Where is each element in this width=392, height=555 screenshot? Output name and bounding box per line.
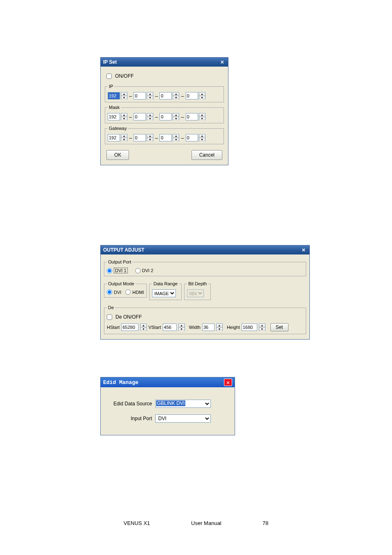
onoff-checkbox[interactable] bbox=[106, 74, 112, 79]
spinner-icon[interactable]: ▲▼ bbox=[199, 92, 205, 99]
gw-octet-4[interactable] bbox=[186, 134, 198, 141]
mask-legend: Mask bbox=[108, 105, 121, 110]
set-button[interactable]: Set bbox=[270, 323, 288, 331]
de-onoff-label: De ON/OFF bbox=[115, 314, 142, 320]
ip-octet-3[interactable] bbox=[159, 92, 172, 99]
spinner-icon[interactable]: ▲▼ bbox=[178, 324, 185, 331]
ip-set-titlebar: IP Set × bbox=[101, 58, 228, 67]
bit-depth-legend: Bit Depth bbox=[187, 281, 208, 286]
data-range-legend: Data Range bbox=[152, 281, 179, 286]
mask-octet-3[interactable] bbox=[159, 113, 172, 120]
output-adjust-dialog: OUTPUT ADJUST × Output Port DVI 1 DVI 2 … bbox=[100, 245, 310, 340]
spinner-icon[interactable]: ▲▼ bbox=[259, 324, 265, 331]
spinner-icon[interactable]: ▲▼ bbox=[216, 324, 223, 331]
gateway-legend: Gateway bbox=[108, 126, 128, 131]
ip-set-dialog: IP Set × ON/OFF IP ▲▼ – ▲▼ – ▲▼ – ▲▼ bbox=[100, 57, 228, 165]
spinner-icon[interactable]: ▲▼ bbox=[121, 92, 127, 99]
de-onoff-checkbox[interactable] bbox=[107, 314, 112, 320]
spinner-icon[interactable]: ▲▼ bbox=[121, 113, 127, 120]
gw-octet-2[interactable] bbox=[134, 134, 146, 141]
gw-octet-3[interactable] bbox=[159, 134, 172, 141]
ip-octet-4[interactable] bbox=[186, 92, 198, 99]
width-label: Width bbox=[189, 325, 201, 330]
spinner-icon[interactable]: ▲▼ bbox=[147, 113, 153, 120]
spinner-icon[interactable]: ▲▼ bbox=[147, 134, 153, 141]
close-icon[interactable]: × bbox=[300, 247, 307, 253]
dvi2-radio[interactable] bbox=[135, 268, 141, 273]
edid-titlebar: Edid Manage ✕ bbox=[101, 377, 235, 387]
output-title: OUTPUT ADJUST bbox=[103, 247, 144, 253]
ip-group: IP ▲▼ – ▲▼ – ▲▼ – ▲▼ bbox=[105, 84, 224, 102]
output-titlebar: OUTPUT ADJUST × bbox=[101, 245, 309, 254]
de-legend: De bbox=[107, 305, 115, 310]
spinner-icon[interactable]: ▲▼ bbox=[173, 92, 179, 99]
ip-set-title: IP Set bbox=[103, 59, 117, 65]
edid-manage-dialog: Edid Manage ✕ Edid Data Source GBLINK DV… bbox=[100, 377, 235, 435]
gateway-group: Gateway ▲▼ – ▲▼ – ▲▼ – ▲▼ bbox=[105, 126, 224, 144]
hstart-label: HStart bbox=[107, 325, 120, 330]
edid-port-label: Input Port bbox=[109, 416, 152, 421]
dvi1-radio-label[interactable]: DVI 1 bbox=[107, 268, 128, 273]
dvi-radio-label[interactable]: DVI bbox=[107, 289, 121, 295]
width-input[interactable] bbox=[202, 324, 214, 331]
gw-octet-1[interactable] bbox=[108, 134, 120, 141]
spinner-icon[interactable]: ▲▼ bbox=[121, 134, 127, 141]
cancel-button[interactable]: Cancel bbox=[191, 150, 222, 160]
de-group: De De ON/OFF HStart ▲▼ VStart ▲▼ Width ▲… bbox=[104, 305, 306, 334]
output-mode-legend: Output Mode bbox=[107, 281, 136, 286]
hdmi-radio-label[interactable]: HDMI bbox=[125, 289, 144, 295]
output-port-legend: Output Port bbox=[107, 259, 132, 264]
hdmi-radio[interactable] bbox=[125, 289, 131, 295]
ok-button[interactable]: OK bbox=[106, 150, 129, 160]
close-icon[interactable]: ✕ bbox=[224, 379, 232, 386]
dvi2-radio-label[interactable]: DVI 2 bbox=[135, 268, 154, 273]
spinner-icon[interactable]: ▲▼ bbox=[147, 92, 153, 99]
dvi-radio[interactable] bbox=[107, 289, 112, 295]
spinner-icon[interactable]: ▲▼ bbox=[140, 324, 147, 331]
mask-group: Mask ▲▼ – ▲▼ – ▲▼ – ▲▼ bbox=[105, 105, 224, 123]
page-footer: VENUS X1 User Manual 78 bbox=[0, 520, 392, 526]
data-range-select[interactable]: IMAGE bbox=[152, 289, 176, 297]
hstart-input[interactable] bbox=[121, 324, 138, 331]
ip-octet-2[interactable] bbox=[134, 92, 146, 99]
vstart-input[interactable] bbox=[163, 324, 177, 331]
edid-source-select[interactable] bbox=[155, 400, 211, 408]
edid-title: Edid Manage bbox=[103, 379, 138, 386]
bit-depth-select: 8Bit bbox=[187, 289, 204, 297]
spinner-icon[interactable]: ▲▼ bbox=[173, 113, 179, 120]
spinner-icon[interactable]: ▲▼ bbox=[199, 134, 205, 141]
data-range-group: Data Range IMAGE bbox=[149, 281, 182, 300]
mask-octet-4[interactable] bbox=[186, 113, 198, 120]
output-mode-group: Output Mode DVI HDMI bbox=[104, 281, 147, 298]
ip-octet-1[interactable] bbox=[108, 92, 120, 99]
output-port-group: Output Port DVI 1 DVI 2 bbox=[104, 259, 306, 276]
ip-legend: IP bbox=[108, 84, 114, 89]
edid-port-select[interactable]: DVI bbox=[155, 414, 211, 423]
onoff-label: ON/OFF bbox=[115, 73, 134, 79]
vstart-label: VStart bbox=[148, 325, 161, 330]
footer-page: 78 bbox=[263, 520, 268, 526]
height-input[interactable] bbox=[242, 324, 257, 331]
dvi1-radio[interactable] bbox=[107, 268, 112, 273]
footer-product: VENUS X1 bbox=[124, 520, 150, 526]
mask-octet-2[interactable] bbox=[134, 113, 146, 120]
bit-depth-group: Bit Depth 8Bit bbox=[184, 281, 211, 300]
spinner-icon[interactable]: ▲▼ bbox=[199, 113, 205, 120]
mask-octet-1[interactable] bbox=[108, 113, 120, 120]
height-label: Height bbox=[227, 325, 240, 330]
onoff-row: ON/OFF bbox=[105, 71, 224, 81]
spinner-icon[interactable]: ▲▼ bbox=[173, 134, 179, 141]
edid-source-label: Edid Data Source bbox=[109, 401, 152, 407]
close-icon[interactable]: × bbox=[219, 59, 226, 65]
footer-doc: User Manual bbox=[191, 520, 221, 526]
